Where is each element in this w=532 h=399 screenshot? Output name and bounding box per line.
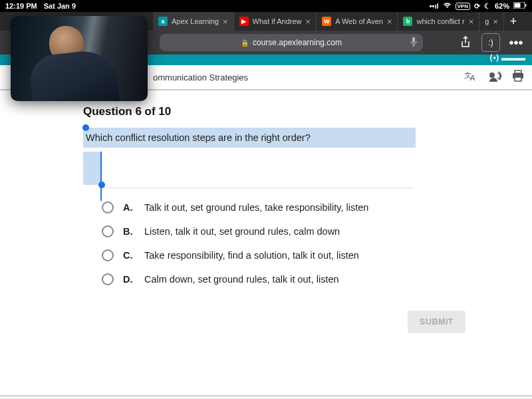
favicon-icon: a — [158, 17, 168, 26]
option-text: Listen, talk it out, set ground rules, c… — [144, 226, 340, 237]
radio-icon[interactable] — [102, 225, 114, 237]
selection-extension — [83, 152, 102, 185]
option-letter: A. — [123, 202, 135, 213]
translate-icon[interactable]: 文A — [464, 70, 477, 84]
option-letter: D. — [123, 274, 135, 285]
answer-option[interactable]: B. Listen, talk it out, set ground rules… — [102, 225, 492, 237]
svg-text:A: A — [470, 74, 475, 82]
tab-title: What if Andrew — [253, 17, 302, 25]
reader-icon[interactable]: :) — [481, 33, 500, 52]
status-date: Sat Jan 9 — [44, 2, 76, 10]
browser-tab[interactable]: ▶ What if Andrew × — [234, 12, 317, 31]
answer-option[interactable]: C. Take responsibility, find a solution,… — [102, 249, 492, 261]
favicon-icon: b — [403, 17, 412, 26]
battery-percent: 62% — [495, 2, 509, 10]
tab-close-icon[interactable]: × — [223, 17, 228, 27]
apex-logo-icon: ⟨•⟩ ▬▬▬ — [489, 53, 525, 63]
bottom-border — [0, 395, 532, 399]
option-text: Calm down, set ground rules, talk it out… — [144, 274, 339, 285]
question-text: Which conflict resolution steps are in t… — [86, 132, 311, 143]
browser-tab[interactable]: g × — [479, 12, 504, 31]
wifi-icon — [443, 2, 452, 10]
new-tab-button[interactable]: + — [504, 12, 523, 31]
tab-title: g — [485, 17, 489, 25]
radio-icon[interactable] — [102, 201, 114, 213]
selection-handle-start[interactable] — [82, 124, 89, 131]
radio-icon[interactable] — [102, 249, 114, 261]
option-letter: B. — [123, 226, 135, 237]
tab-title: A Web of Aven — [335, 17, 383, 25]
submit-button[interactable]: SUBMIT — [408, 311, 466, 333]
status-bar: 12:19 PM Sat Jan 9 ••ıl VPN ⟳ ☾ 62% — [0, 0, 532, 12]
selection-handle-end[interactable] — [98, 182, 105, 188]
option-letter: C. — [123, 250, 135, 261]
tab-close-icon[interactable]: × — [469, 17, 474, 27]
tab-title: which conflict r — [416, 17, 464, 25]
tab-close-icon[interactable]: × — [493, 17, 498, 27]
divider — [102, 188, 414, 188]
cellular-icon: ••ıl — [430, 2, 439, 10]
picture-in-picture-video[interactable] — [11, 16, 148, 101]
tab-close-icon[interactable]: × — [387, 17, 392, 27]
svg-rect-1 — [515, 3, 521, 8]
svg-rect-2 — [525, 4, 527, 7]
browser-tab[interactable]: W A Web of Aven × — [317, 12, 398, 31]
svg-rect-3 — [412, 37, 415, 43]
option-text: Talk it out, set ground rules, take resp… — [144, 202, 368, 213]
svg-point-6 — [489, 72, 495, 78]
url-text: course.apexlearning.com — [253, 38, 342, 47]
lock-icon: 🔒 — [241, 39, 249, 47]
battery-icon — [513, 2, 527, 10]
browser-tab[interactable]: a Apex Learning × — [153, 12, 234, 31]
url-field[interactable]: 🔒 course.apexlearning.com — [160, 34, 423, 51]
microphone-icon[interactable] — [410, 37, 418, 49]
text-cursor — [100, 152, 102, 201]
tab-close-icon[interactable]: × — [306, 17, 311, 27]
lesson-title: ommunication Strategies — [153, 72, 464, 82]
question-content: Question 6 of 10 Which conflict resoluti… — [0, 90, 532, 333]
favicon-icon: W — [322, 17, 331, 26]
print-icon[interactable] — [512, 70, 524, 84]
answer-option[interactable]: A. Talk it out, set ground rules, take r… — [102, 201, 492, 213]
question-number: Question 6 of 10 — [83, 105, 492, 118]
tab-title: Apex Learning — [172, 17, 219, 25]
radio-icon[interactable] — [102, 273, 114, 285]
svg-rect-9 — [515, 77, 521, 81]
question-text-selection[interactable]: Which conflict resolution steps are in t… — [83, 128, 416, 148]
moon-icon: ☾ — [484, 2, 491, 11]
option-text: Take responsibility, find a solution, ta… — [144, 250, 359, 261]
read-aloud-icon[interactable] — [488, 70, 501, 84]
vpn-badge: VPN — [456, 3, 470, 10]
answer-option[interactable]: D. Calm down, set ground rules, talk it … — [102, 273, 492, 285]
orientation-lock-icon: ⟳ — [474, 2, 480, 11]
browser-tab[interactable]: b which conflict r × — [398, 12, 479, 31]
share-icon[interactable] — [456, 33, 475, 52]
status-time: 12:19 PM — [5, 2, 37, 10]
more-icon[interactable]: ••• — [507, 33, 525, 52]
answer-options: A. Talk it out, set ground rules, take r… — [102, 201, 492, 285]
svg-rect-7 — [515, 70, 521, 73]
favicon-icon: ▶ — [239, 17, 249, 26]
